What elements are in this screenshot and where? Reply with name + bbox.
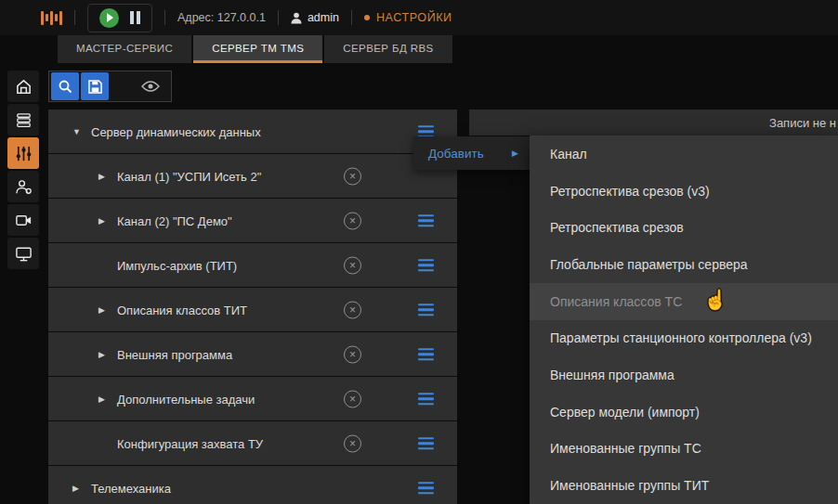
tab-server-tm-tms[interactable]: СЕРВЕР ТМ TMS bbox=[193, 35, 322, 63]
divider bbox=[351, 10, 352, 25]
display-icon[interactable] bbox=[7, 238, 39, 269]
tree-toolbar bbox=[48, 71, 172, 102]
expand-arrow-icon[interactable]: ▶ bbox=[98, 305, 105, 315]
expand-arrow-icon[interactable]: ▶ bbox=[72, 484, 79, 493]
tree-row[interactable]: ▶ Телемеханика bbox=[48, 466, 457, 504]
top-header: Адрес: 127.0.0.1 admin НАСТРОЙКИ bbox=[0, 0, 838, 35]
menu-item-globalnye-parametry[interactable]: Глобальные параметры сервера bbox=[530, 246, 838, 283]
hamburger-menu-icon[interactable] bbox=[418, 482, 434, 495]
hamburger-menu-icon[interactable] bbox=[418, 214, 434, 227]
pause-button[interactable] bbox=[130, 11, 140, 24]
tree-row-label: Импульс-архив (ТИТ) bbox=[117, 258, 237, 272]
left-icon-rail bbox=[7, 71, 41, 269]
mouse-cursor-icon: ☝ bbox=[703, 289, 727, 311]
server-address-label: Адрес: 127.0.0.1 bbox=[177, 11, 266, 24]
home-icon[interactable] bbox=[7, 71, 39, 102]
tree-row[interactable]: ▶ Канал (1) "УСПИ Исеть 2" × bbox=[48, 154, 457, 198]
menu-item-imenovannye-gruppy-tit[interactable]: Именованные группы ТИТ bbox=[530, 467, 838, 504]
menu-item-server-modeli-import[interactable]: Сервер модели (импорт) bbox=[530, 394, 838, 431]
run-controls bbox=[87, 4, 152, 32]
hamburger-menu-icon[interactable] bbox=[418, 437, 434, 450]
menu-item-imenovannye-gruppy-ts[interactable]: Именованные группы ТС bbox=[530, 431, 838, 468]
user-menu[interactable]: admin bbox=[291, 11, 339, 24]
tab-master-service[interactable]: МАСТЕР-СЕРВИС bbox=[58, 35, 191, 63]
divider bbox=[278, 10, 279, 25]
tree-row[interactable]: Конфигурация захвата ТУ × bbox=[48, 421, 457, 465]
user-icon bbox=[291, 12, 302, 24]
config-tree: ▼ Сервер динамических данных ▶ Канал (1)… bbox=[48, 110, 457, 504]
menu-item-retrospektiva-srezov-v3[interactable]: Ретроспектива срезов (v3) bbox=[530, 173, 838, 210]
tree-row-label: Описания классов ТИТ bbox=[117, 303, 247, 317]
save-icon bbox=[88, 80, 102, 94]
delete-icon[interactable]: × bbox=[344, 212, 361, 229]
tree-row-label: Сервер динамических данных bbox=[91, 124, 261, 138]
tree-row-label: Внешняя программа bbox=[117, 347, 232, 361]
menu-item-retrospektiva-srezov[interactable]: Ретроспектива срезов bbox=[530, 209, 838, 246]
delete-icon[interactable]: × bbox=[344, 434, 361, 452]
tab-bar: МАСТЕР-СЕРВИС СЕРВЕР ТМ TMS СЕРВЕР БД RB… bbox=[0, 35, 838, 63]
hamburger-menu-icon[interactable] bbox=[418, 304, 434, 317]
collapse-arrow-icon[interactable]: ▼ bbox=[72, 127, 81, 136]
submenu-arrow-icon: ▶ bbox=[512, 149, 518, 158]
hamburger-menu-icon[interactable] bbox=[418, 259, 434, 272]
expand-arrow-icon[interactable]: ▶ bbox=[98, 350, 105, 359]
delete-icon[interactable]: × bbox=[344, 167, 361, 185]
tree-row[interactable]: Импульс-архив (ТИТ) × bbox=[48, 243, 457, 287]
divider bbox=[164, 10, 165, 25]
add-submenu: Канал Ретроспектива срезов (v3) Ретроспе… bbox=[530, 136, 838, 504]
menu-item-kanal[interactable]: Канал bbox=[530, 136, 838, 173]
sliders-icon[interactable] bbox=[7, 137, 39, 169]
tree-row-label: Телемеханика bbox=[91, 481, 171, 495]
save-button[interactable] bbox=[81, 72, 109, 100]
context-menu-add-item[interactable]: Добавить ▶ bbox=[413, 136, 530, 170]
tab-server-bd-rbs[interactable]: СЕРВЕР БД RBS bbox=[324, 35, 452, 63]
eye-icon bbox=[141, 80, 160, 93]
username-label: admin bbox=[308, 11, 339, 24]
add-label: Добавить bbox=[428, 147, 484, 161]
layers-icon[interactable] bbox=[7, 104, 39, 136]
video-icon[interactable] bbox=[7, 204, 39, 236]
logo-signal-icon bbox=[41, 9, 62, 26]
tree-row-label: Канал (2) "ПС Демо" bbox=[117, 213, 232, 227]
status-dot-icon bbox=[364, 15, 370, 20]
tree-row[interactable]: ▶ Дополнительные задачи × bbox=[48, 377, 457, 420]
visibility-toggle[interactable] bbox=[141, 80, 160, 93]
settings-label: НАСТРОЙКИ bbox=[376, 11, 452, 24]
tree-row[interactable]: ▶ Описания классов ТИТ × bbox=[48, 288, 457, 331]
menu-item-vneshnyaya-programma[interactable]: Внешняя программа bbox=[530, 356, 838, 394]
menu-item-opisaniya-klassov-ts[interactable]: Описания классов ТС bbox=[530, 283, 838, 320]
records-panel-header: Записи не н bbox=[469, 110, 838, 136]
search-icon bbox=[58, 79, 72, 94]
menu-item-parametry-kontrollera-v3[interactable]: Параметры станционного контроллера (v3) bbox=[530, 320, 838, 357]
settings-link[interactable]: НАСТРОЙКИ bbox=[364, 11, 452, 24]
hamburger-menu-icon[interactable] bbox=[418, 393, 434, 406]
expand-arrow-icon[interactable]: ▶ bbox=[98, 216, 105, 226]
tree-row-label: Конфигурация захвата ТУ bbox=[117, 436, 263, 450]
tree-row-label: Канал (1) "УСПИ Исеть 2" bbox=[117, 169, 261, 183]
tree-row[interactable]: ▶ Канал (2) "ПС Демо" × bbox=[48, 199, 457, 242]
tree-row[interactable]: ▼ Сервер динамических данных bbox=[48, 110, 457, 153]
search-button[interactable] bbox=[51, 72, 79, 100]
delete-icon[interactable]: × bbox=[344, 390, 361, 407]
tree-row-label: Дополнительные задачи bbox=[117, 392, 255, 406]
expand-arrow-icon[interactable]: ▶ bbox=[98, 394, 105, 404]
play-button[interactable] bbox=[99, 8, 119, 28]
divider bbox=[74, 10, 75, 25]
user-settings-icon[interactable] bbox=[7, 171, 39, 202]
delete-icon[interactable]: × bbox=[344, 256, 361, 274]
tree-row[interactable]: ▶ Внешняя программа × bbox=[48, 332, 457, 376]
delete-icon[interactable]: × bbox=[344, 345, 361, 363]
expand-arrow-icon[interactable]: ▶ bbox=[98, 172, 105, 181]
empty-records-label: Записи не н bbox=[769, 116, 836, 130]
hamburger-menu-icon[interactable] bbox=[418, 348, 434, 361]
delete-icon[interactable]: × bbox=[344, 301, 361, 318]
